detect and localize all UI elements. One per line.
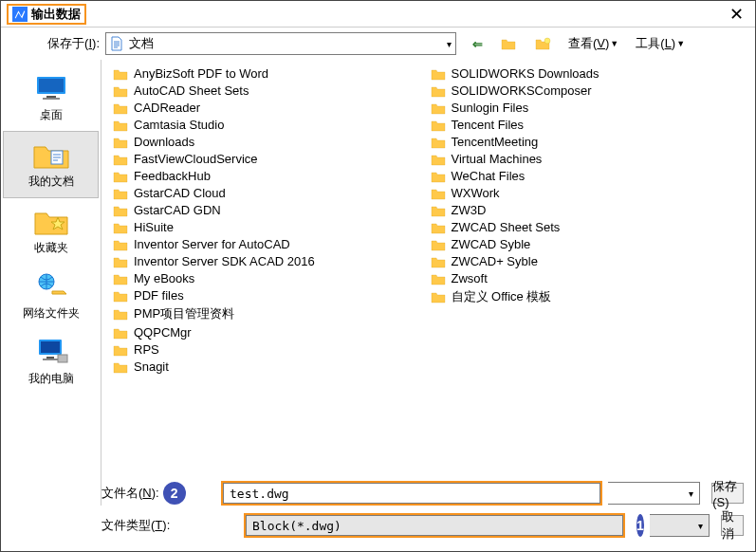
file-name: WeChat Files: [452, 169, 526, 183]
svg-point-0: [544, 38, 550, 44]
sidebar-item-desktop[interactable]: 桌面: [3, 65, 99, 131]
open-folder-button[interactable]: [493, 33, 524, 54]
file-name: ZWCAD+ Syble: [452, 254, 538, 268]
sidebar-item-documents[interactable]: 我的文档: [3, 131, 99, 198]
svg-rect-3: [46, 96, 56, 98]
list-item[interactable]: ZWCAD Sheet Sets: [429, 219, 747, 235]
list-item[interactable]: CADReader: [111, 100, 429, 116]
file-name: WXWork: [452, 186, 500, 200]
list-item[interactable]: ZWCAD Syble: [429, 236, 747, 252]
badge-1: 1: [636, 514, 644, 537]
filetype-label: 文件类型(T):: [101, 517, 215, 534]
bottom-panel: 文件名(N): 2 ▾ 保存(S) 文件类型(T): 1 ▾ 取消: [1, 475, 755, 547]
file-name: 自定义 Office 模板: [452, 288, 552, 305]
toolbar-buttons: ⇐ 查看(V)▼ 工具(L)▼: [466, 33, 691, 54]
sidebar-item-favorites[interactable]: 收藏夹: [3, 198, 99, 264]
list-item[interactable]: Snagit: [111, 359, 429, 375]
sidebar-item-computer[interactable]: 我的电脑: [3, 329, 99, 395]
list-item[interactable]: HiSuite: [111, 219, 429, 235]
app-icon: [12, 7, 28, 22]
list-item[interactable]: AnyBizSoft PDF to Word: [111, 65, 429, 82]
svg-rect-9: [46, 357, 54, 359]
list-item[interactable]: Camtasia Studio: [111, 117, 429, 133]
file-name: Inventor Server SDK ACAD 2016: [134, 254, 315, 268]
filename-label: 文件名(N): 2: [101, 482, 215, 505]
filetype-dropdown[interactable]: ▾: [650, 514, 710, 537]
list-item[interactable]: SOLIDWORKSComposer: [429, 83, 747, 99]
list-item[interactable]: My eBooks: [111, 270, 429, 286]
file-column-1: AnyBizSoft PDF to WordAutoCAD Sheet Sets…: [111, 65, 429, 500]
list-item[interactable]: Virtual Machines: [429, 151, 747, 167]
list-item[interactable]: AutoCAD Sheet Sets: [111, 83, 429, 99]
path-select[interactable]: 文档 ▾: [105, 32, 456, 55]
computer-icon: [32, 337, 70, 367]
file-name: GstarCAD Cloud: [134, 186, 226, 200]
file-name: PDF files: [134, 288, 184, 303]
svg-rect-11: [58, 355, 67, 362]
svg-rect-4: [43, 98, 60, 100]
filetype-highlight: [244, 513, 625, 538]
file-name: FeedbackHub: [134, 169, 211, 183]
list-item[interactable]: WXWork: [429, 185, 747, 201]
path-toolbar: 保存于(I): 文档 ▾ ⇐ 查看(V)▼ 工具(L)▼: [1, 28, 755, 60]
filename-input[interactable]: [223, 483, 600, 504]
chevron-down-icon: ▾: [447, 39, 452, 49]
file-name: ZW3D: [452, 203, 487, 217]
file-name: Snagit: [134, 359, 169, 374]
chevron-down-icon: ▼: [676, 39, 685, 48]
list-item[interactable]: 自定义 Office 模板: [429, 287, 747, 306]
list-item[interactable]: ZW3D: [429, 202, 747, 218]
file-name: RPS: [134, 342, 159, 357]
window-title: 输出数据: [31, 6, 81, 23]
path-display: 文档: [129, 35, 154, 52]
list-item[interactable]: Inventor Server for AutoCAD: [111, 236, 429, 252]
new-folder-button[interactable]: [527, 33, 558, 54]
list-item[interactable]: Tencent Files: [429, 117, 747, 133]
file-name: FastViewCloudService: [134, 152, 258, 166]
title-highlight: 输出数据: [7, 4, 86, 25]
list-item[interactable]: Inventor Server SDK ACAD 2016: [111, 253, 429, 269]
network-icon: [32, 271, 70, 302]
list-item[interactable]: TencentMeeting: [429, 134, 747, 150]
cancel-button[interactable]: 取消: [721, 515, 744, 536]
file-name: Inventor Server for AutoCAD: [134, 237, 290, 251]
list-item[interactable]: PMP项目管理资料: [111, 304, 429, 323]
list-item[interactable]: FeedbackHub: [111, 168, 429, 184]
file-name: Sunlogin Files: [452, 101, 529, 115]
documents-folder-icon: [32, 139, 70, 170]
list-item[interactable]: Downloads: [111, 134, 429, 150]
badge-2: 2: [163, 482, 186, 505]
list-item[interactable]: RPS: [111, 341, 429, 358]
list-item[interactable]: WeChat Files: [429, 168, 747, 184]
save-button[interactable]: 保存(S): [711, 483, 744, 504]
list-item[interactable]: QQPCMgr: [111, 324, 429, 340]
view-menu[interactable]: 查看(V)▼: [562, 33, 625, 54]
tools-menu[interactable]: 工具(L)▼: [629, 33, 691, 54]
list-item[interactable]: GstarCAD Cloud: [111, 185, 429, 201]
file-name: Virtual Machines: [452, 152, 543, 166]
filetype-select[interactable]: [246, 515, 623, 536]
list-item[interactable]: SOLIDWORKS Downloads: [429, 65, 747, 82]
list-item[interactable]: PDF files: [111, 287, 429, 304]
file-name: SOLIDWORKSComposer: [452, 83, 592, 98]
list-item[interactable]: Zwsoft: [429, 270, 747, 286]
filename-dropdown[interactable]: ▾: [608, 482, 700, 505]
back-button[interactable]: ⇐: [466, 33, 489, 54]
file-name: My eBooks: [134, 271, 194, 285]
chevron-down-icon: ▾: [698, 521, 703, 531]
list-item[interactable]: ZWCAD+ Syble: [429, 253, 747, 269]
file-name: HiSuite: [134, 220, 174, 234]
file-name: Zwsoft: [452, 271, 488, 285]
places-sidebar: 桌面 我的文档 收藏夹 网络文件夹 我的电脑: [1, 60, 101, 506]
file-name: AnyBizSoft PDF to Word: [134, 66, 268, 81]
close-icon[interactable]: ✕: [724, 4, 749, 25]
chevron-down-icon: ▾: [689, 488, 693, 499]
sidebar-item-network[interactable]: 网络文件夹: [3, 264, 99, 329]
list-item[interactable]: GstarCAD GDN: [111, 202, 429, 218]
file-name: ZWCAD Sheet Sets: [452, 220, 561, 234]
file-name: PMP项目管理资料: [134, 305, 234, 322]
list-item[interactable]: Sunlogin Files: [429, 100, 747, 116]
file-column-2: SOLIDWORKS DownloadsSOLIDWORKSComposerSu…: [429, 65, 747, 500]
file-list[interactable]: AnyBizSoft PDF to WordAutoCAD Sheet Sets…: [101, 60, 755, 506]
list-item[interactable]: FastViewCloudService: [111, 151, 429, 167]
